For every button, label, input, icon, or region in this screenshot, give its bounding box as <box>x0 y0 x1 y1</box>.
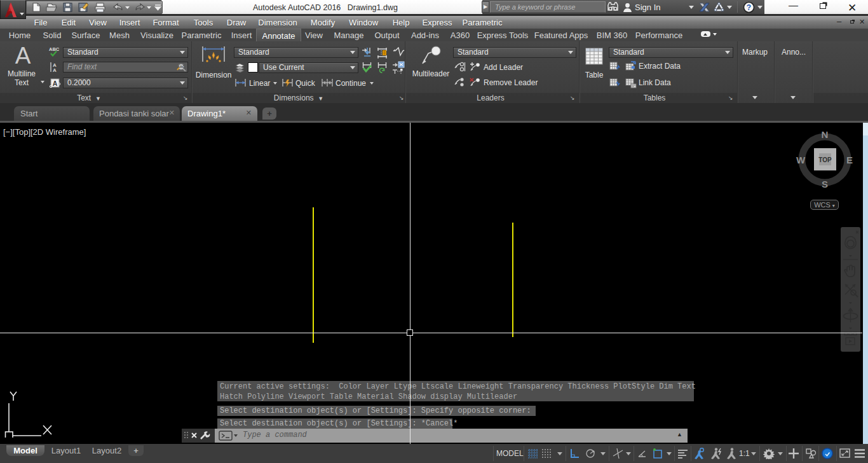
svg-text:N: N <box>822 130 829 140</box>
svg-text:TOP: TOP <box>818 156 832 163</box>
svg-text:S: S <box>822 179 828 189</box>
svg-text:A: A <box>53 67 57 73</box>
svg-text:ABC: ABC <box>178 65 185 69</box>
svg-text:E: E <box>846 155 853 165</box>
svg-text:?: ? <box>747 3 751 12</box>
svg-text:ABC: ABC <box>49 46 60 52</box>
svg-text:W: W <box>796 155 806 165</box>
svg-text:A: A <box>53 79 58 87</box>
